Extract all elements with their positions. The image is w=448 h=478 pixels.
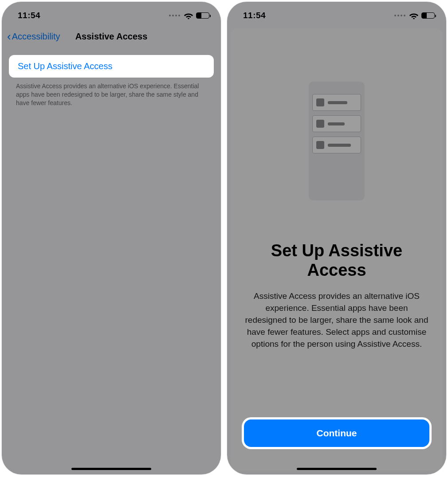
- illustration-row: [312, 94, 361, 111]
- continue-label: Continue: [317, 428, 357, 439]
- cellular-dots-icon: [394, 15, 405, 16]
- status-bar: 11:54: [227, 5, 446, 26]
- navigation-bar: ‹ Accessibility Assistive Access: [2, 26, 221, 47]
- intro-title: Set Up Assistive Access: [241, 241, 432, 280]
- status-time: 11:54: [18, 11, 40, 20]
- wifi-icon: [184, 12, 193, 19]
- wifi-icon: [409, 12, 419, 19]
- continue-button[interactable]: Continue: [244, 419, 429, 447]
- section-footer: Assistive Access provides an alternative…: [2, 78, 221, 107]
- illustration-row: [312, 137, 361, 153]
- assistive-access-illustration: [309, 82, 365, 200]
- home-indicator: [297, 468, 377, 470]
- intro-body: Assistive Access provides an alternative…: [244, 290, 430, 350]
- status-time: 11:54: [243, 11, 266, 20]
- right-screenshot: 11:54 Set Up Assistive Access Assistive …: [227, 2, 446, 474]
- battery-icon: [196, 12, 209, 19]
- status-bar: 11:54: [2, 5, 221, 26]
- left-screenshot: 11:54 ‹ Accessibility Assistive Access S…: [2, 2, 221, 474]
- battery-icon: [421, 12, 435, 19]
- intro-card: Set Up Assistive Access Assistive Access…: [231, 28, 443, 471]
- status-icons: [169, 12, 209, 19]
- settings-body: Set Up Assistive Access Assistive Access…: [2, 47, 221, 107]
- setup-assistive-access-label: Set Up Assistive Access: [18, 61, 205, 71]
- home-indicator: [71, 468, 151, 470]
- status-icons: [394, 12, 435, 19]
- page-title: Assistive Access: [2, 31, 221, 42]
- setup-assistive-access-row[interactable]: Set Up Assistive Access: [9, 55, 214, 78]
- illustration-row: [312, 115, 361, 132]
- cellular-dots-icon: [169, 15, 180, 16]
